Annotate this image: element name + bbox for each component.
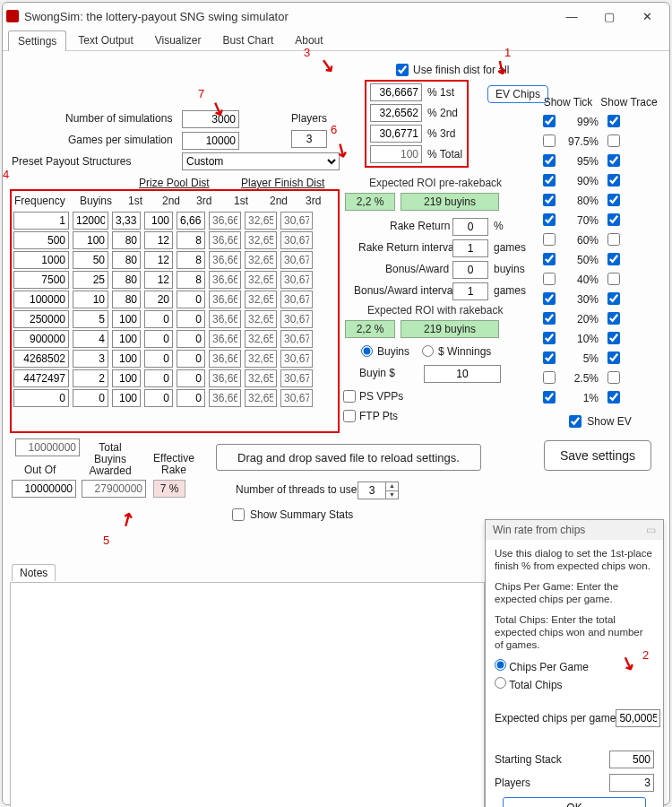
table-cell-input[interactable]	[73, 330, 108, 348]
table-cell-input[interactable]	[144, 212, 173, 230]
table-cell-input[interactable]	[13, 251, 69, 269]
table-cell-input[interactable]	[112, 271, 141, 289]
table-cell-input[interactable]	[144, 330, 173, 348]
show-trace-checkbox[interactable]	[607, 174, 620, 187]
pct-1st-input[interactable]	[370, 83, 422, 101]
table-cell-input[interactable]	[112, 251, 141, 269]
show-trace-checkbox[interactable]	[607, 371, 620, 384]
table-cell-input[interactable]	[144, 350, 173, 368]
show-trace-checkbox[interactable]	[607, 332, 620, 344]
table-cell-input[interactable]	[144, 389, 173, 407]
winnings-radio[interactable]	[422, 345, 434, 357]
total-chips-radio[interactable]	[495, 677, 506, 689]
ftp-pts-checkbox[interactable]	[343, 410, 356, 422]
show-tick-checkbox[interactable]	[543, 273, 556, 285]
table-cell-input[interactable]	[144, 251, 173, 269]
show-trace-checkbox[interactable]	[607, 253, 620, 265]
table-cell-input[interactable]	[177, 251, 205, 269]
table-cell-input[interactable]	[177, 350, 205, 368]
table-cell-input[interactable]	[73, 291, 108, 308]
chips-per-game-radio[interactable]	[495, 659, 506, 671]
table-cell-input[interactable]	[112, 369, 141, 387]
notes-tab[interactable]: Notes	[12, 564, 56, 581]
tab-visualizer[interactable]: Visualizer	[145, 30, 211, 50]
tab-text-output[interactable]: Text Output	[68, 30, 142, 50]
ps-vpps-checkbox[interactable]	[343, 390, 356, 403]
buyins-radio[interactable]	[361, 345, 373, 357]
table-cell-input[interactable]	[177, 310, 205, 328]
table-cell-input[interactable]	[144, 291, 173, 308]
table-cell-input[interactable]	[144, 369, 173, 387]
dialog-close-icon[interactable]: ▭	[646, 524, 656, 536]
show-tick-checkbox[interactable]	[543, 332, 556, 344]
table-cell-input[interactable]	[177, 389, 205, 407]
show-trace-checkbox[interactable]	[607, 273, 620, 285]
table-cell-input[interactable]	[112, 291, 141, 308]
table-cell-input[interactable]	[73, 231, 108, 249]
table-cell-input[interactable]	[112, 389, 141, 407]
pct-2nd-input[interactable]	[370, 104, 422, 122]
table-cell-input[interactable]	[73, 212, 108, 230]
show-trace-checkbox[interactable]	[607, 134, 620, 147]
show-tick-checkbox[interactable]	[543, 174, 556, 187]
show-tick-checkbox[interactable]	[543, 154, 556, 167]
drag-drop-area[interactable]: Drag and drop saved file to reload setti…	[216, 444, 481, 471]
players-input[interactable]	[291, 130, 327, 148]
table-cell-input[interactable]	[73, 350, 108, 368]
table-cell-input[interactable]	[112, 330, 141, 348]
show-tick-checkbox[interactable]	[543, 213, 556, 226]
show-tick-checkbox[interactable]	[543, 253, 556, 265]
show-tick-checkbox[interactable]	[543, 134, 556, 147]
show-trace-checkbox[interactable]	[607, 351, 620, 364]
table-cell-input[interactable]	[112, 212, 141, 230]
show-trace-checkbox[interactable]	[607, 194, 620, 206]
tab-settings[interactable]: Settings	[8, 30, 66, 51]
table-cell-input[interactable]	[73, 389, 108, 407]
buyin-dollar-input[interactable]	[424, 365, 501, 383]
table-cell-input[interactable]	[13, 330, 69, 348]
starting-stack-input[interactable]	[609, 751, 654, 768]
table-cell-input[interactable]	[13, 389, 69, 407]
table-cell-input[interactable]	[177, 231, 205, 249]
preset-select[interactable]: Custom	[182, 152, 340, 170]
close-button[interactable]: ✕	[628, 4, 666, 29]
rake-interval-input[interactable]	[452, 239, 488, 257]
num-simulations-input[interactable]	[182, 110, 239, 128]
table-cell-input[interactable]	[177, 271, 205, 289]
show-trace-checkbox[interactable]	[607, 154, 620, 167]
table-cell-input[interactable]	[73, 310, 108, 328]
threads-input[interactable]	[358, 482, 385, 499]
show-ev-checkbox[interactable]	[569, 415, 582, 428]
table-cell-input[interactable]	[144, 231, 173, 249]
save-settings-button[interactable]: Save settings	[544, 440, 651, 471]
table-cell-input[interactable]	[13, 310, 69, 328]
threads-up[interactable]: ▲	[386, 482, 398, 491]
table-cell-input[interactable]	[73, 271, 108, 289]
table-cell-input[interactable]	[13, 212, 69, 230]
bonus-interval-input[interactable]	[452, 282, 488, 300]
table-cell-input[interactable]	[144, 310, 173, 328]
table-cell-input[interactable]	[13, 271, 69, 289]
show-tick-checkbox[interactable]	[543, 292, 556, 305]
minimize-button[interactable]: —	[553, 4, 590, 29]
table-cell-input[interactable]	[144, 271, 173, 289]
pct-3rd-input[interactable]	[370, 125, 422, 143]
show-trace-checkbox[interactable]	[607, 312, 620, 325]
table-cell-input[interactable]	[112, 310, 141, 328]
table-cell-input[interactable]	[112, 350, 141, 368]
threads-spinner[interactable]: ▲▼	[358, 482, 399, 499]
show-tick-checkbox[interactable]	[543, 312, 556, 325]
table-cell-input[interactable]	[177, 291, 205, 308]
notes-textarea[interactable]	[10, 582, 485, 807]
table-cell-input[interactable]	[177, 369, 205, 387]
table-cell-input[interactable]	[13, 291, 69, 308]
show-trace-checkbox[interactable]	[607, 115, 620, 127]
maximize-button[interactable]: ▢	[590, 4, 628, 29]
tab-bust-chart[interactable]: Bust Chart	[213, 30, 284, 50]
games-per-sim-input[interactable]	[182, 132, 239, 150]
table-cell-input[interactable]	[13, 350, 69, 368]
table-cell-input[interactable]	[177, 330, 205, 348]
show-tick-checkbox[interactable]	[543, 351, 556, 364]
show-tick-checkbox[interactable]	[543, 391, 556, 404]
show-trace-checkbox[interactable]	[607, 213, 620, 226]
